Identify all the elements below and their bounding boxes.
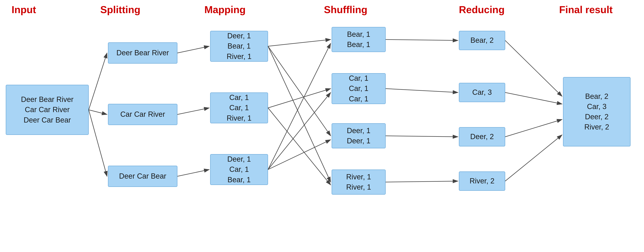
shuf-node-1: Bear, 1 Bear, 1	[332, 27, 386, 52]
label-splitting: Splitting	[100, 4, 140, 15]
split-node-3: Deer Car Bear	[108, 166, 178, 187]
svg-line-2	[89, 110, 107, 114]
svg-line-18	[386, 181, 458, 182]
label-shuffling: Shuffling	[324, 4, 367, 15]
final-node: Bear, 2 Car, 3 Deer, 2 River, 2	[563, 77, 630, 146]
svg-line-16	[386, 89, 458, 92]
svg-line-8	[268, 39, 331, 46]
label-final: Final result	[559, 4, 612, 15]
input-node: Deer Bear River Car Car River Deer Car B…	[6, 85, 89, 135]
svg-line-6	[178, 170, 209, 176]
svg-line-5	[178, 108, 209, 114]
split-node-2: Car Car River	[108, 104, 178, 125]
map-node-2: Car, 1 Car, 1 River, 1	[210, 92, 268, 123]
split-node-1: Deer Bear River	[108, 42, 178, 64]
svg-line-15	[386, 39, 458, 40]
svg-line-12	[268, 140, 331, 170]
svg-line-19	[505, 40, 562, 96]
red-node-3: Deer, 2	[459, 127, 505, 146]
svg-line-14	[268, 43, 331, 170]
svg-line-11	[268, 108, 331, 185]
map-node-1: Deer, 1 Bear, 1 River, 1	[210, 31, 268, 62]
svg-line-21	[505, 119, 562, 137]
shuf-node-3: Deer, 1 Deer, 1	[332, 123, 386, 148]
svg-line-10	[268, 89, 331, 108]
shuf-node-4: River, 1 River, 1	[332, 170, 386, 195]
svg-line-20	[505, 92, 562, 104]
red-node-1: Bear, 2	[459, 31, 505, 50]
label-mapping: Mapping	[204, 4, 246, 15]
svg-line-13	[268, 92, 331, 170]
svg-line-4	[178, 46, 209, 53]
svg-line-9	[268, 46, 331, 182]
label-input: Input	[12, 4, 36, 15]
arrows-svg	[0, 0, 644, 252]
svg-line-17	[386, 136, 458, 137]
svg-line-3	[89, 110, 107, 176]
svg-line-7	[268, 46, 331, 136]
red-node-4: River, 2	[459, 172, 505, 191]
label-reducing: Reducing	[459, 4, 504, 15]
map-node-3: Deer, 1 Car, 1 Bear, 1	[210, 154, 268, 185]
red-node-2: Car, 3	[459, 83, 505, 102]
svg-line-22	[505, 135, 562, 181]
svg-line-1	[89, 53, 107, 110]
shuf-node-2: Car, 1 Car, 1 Car, 1	[332, 73, 386, 104]
